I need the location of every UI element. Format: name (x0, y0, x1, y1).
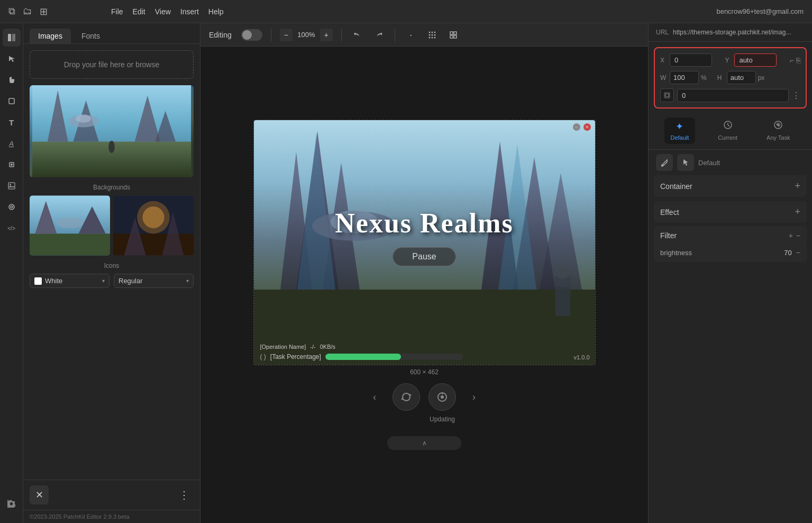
svg-point-36 (434, 37, 435, 38)
nav-prev-btn[interactable]: ‹ (365, 387, 384, 407)
effect-header[interactable]: Effect + (654, 201, 807, 223)
sidebar-btn-text[interactable]: T (3, 113, 21, 131)
image-thumb-single[interactable] (30, 85, 194, 177)
sidebar-bottom (3, 494, 21, 518)
y-field: Y (725, 53, 785, 67)
panel-tabs: Images Fonts (23, 23, 200, 44)
x-label: X (660, 57, 668, 64)
svg-point-21 (56, 218, 83, 229)
game-title-bar: − ✕ (254, 120, 595, 134)
state-tab-default[interactable]: ✦ Default (664, 118, 696, 144)
redo-btn[interactable] (371, 28, 386, 42)
zoom-minus-btn[interactable]: − (280, 29, 293, 41)
folder-icon[interactable]: 🗂 (23, 6, 32, 17)
effect-title: Effect (660, 208, 679, 217)
frame-icon[interactable]: ⊞ (40, 6, 48, 17)
dot-btn[interactable]: · (404, 28, 418, 42)
menu-file[interactable]: File (111, 7, 123, 16)
sidebar-btn-transform[interactable] (3, 156, 21, 174)
sidebar-btn-settings[interactable] (3, 494, 21, 512)
win-close-btn[interactable]: ✕ (583, 123, 591, 131)
icon-color-row: White ▾ Regular ▾ (30, 274, 194, 288)
sidebar-btn-cursor[interactable] (3, 50, 21, 68)
state-tab-anytask[interactable]: Any Task (760, 117, 796, 144)
sidebar-btn-hand[interactable] (3, 71, 21, 89)
sidebar-btn-rectangle[interactable] (3, 92, 21, 110)
w-input[interactable] (670, 71, 699, 84)
win-minimize-btn[interactable]: − (573, 123, 580, 131)
filter-row-minus-btn[interactable]: − (796, 248, 800, 257)
close-btn[interactable]: ✕ (30, 485, 49, 504)
more-btn[interactable]: ⋮ (175, 485, 194, 504)
sidebar-btn-code[interactable]: </> (3, 219, 21, 237)
h-unit: px (758, 74, 765, 82)
svg-point-30 (434, 31, 435, 33)
h-input[interactable] (727, 71, 756, 84)
canvas-viewport: − ✕ Nexus Realms Pause [Ope (200, 47, 648, 523)
svg-rect-2 (9, 98, 14, 104)
prop-effect: Effect + (654, 201, 807, 223)
state-anytask-icon (773, 120, 783, 132)
tab-images[interactable]: Images (30, 29, 71, 43)
state-default-label: Default (671, 134, 689, 141)
filter-minus-btn[interactable]: − (796, 231, 800, 240)
sidebar-btn-text-style[interactable]: A (3, 134, 21, 152)
style-chevron-icon: ▾ (186, 278, 189, 284)
footer-text: ©2023-2025 PatchKit Editor 2.9.3 beta (23, 510, 200, 523)
x-input[interactable] (670, 53, 712, 67)
spacing-input[interactable] (677, 89, 789, 102)
game-bottom: [Operation Name] -/- 0KB/s ( ) [Task Per… (254, 339, 595, 365)
sidebar-btn-collapse[interactable] (3, 29, 21, 47)
editing-toggle[interactable] (241, 29, 262, 41)
layers-icon[interactable]: ⧉ (8, 6, 15, 17)
right-panel: URL https://themes-storage.patchkit.net/… (648, 23, 812, 523)
menu-bar: ⧉ 🗂 ⊞ File Edit View Insert Help bencrow… (0, 0, 812, 23)
style-select[interactable]: Regular ▾ (114, 274, 194, 288)
color-chevron-icon: ▾ (102, 278, 105, 284)
svg-rect-18 (30, 234, 110, 256)
menu-view[interactable]: View (155, 7, 171, 16)
image-grid-single (30, 85, 194, 177)
nav-next-btn[interactable]: › (464, 387, 483, 407)
tab-fonts[interactable]: Fonts (73, 29, 108, 43)
grid-btn[interactable] (425, 28, 440, 42)
menu-help[interactable]: Help (208, 7, 224, 16)
container-add-icon[interactable]: + (795, 181, 800, 192)
corner-icon[interactable]: ⌐ (790, 56, 794, 65)
svg-rect-4 (8, 183, 15, 189)
y-input[interactable] (734, 53, 777, 67)
label-backgrounds: Backgrounds (30, 184, 194, 191)
chevron-up-btn[interactable]: ∧ (387, 436, 461, 450)
toolbar-divider-2 (341, 29, 342, 41)
nav-refresh-btn[interactable] (393, 383, 420, 411)
drop-zone[interactable]: Drop your file here or browse (30, 50, 194, 79)
menu-edit[interactable]: Edit (133, 7, 145, 16)
pen-tool-btn[interactable] (656, 154, 673, 171)
svg-point-62 (778, 124, 779, 126)
image-thumb-2[interactable] (113, 195, 194, 256)
image-thumb-1[interactable] (30, 195, 110, 256)
undo-btn[interactable] (350, 28, 365, 42)
zoom-plus-btn[interactable]: + (320, 29, 333, 41)
effect-add-icon[interactable]: + (795, 206, 800, 218)
container-header[interactable]: Container + (654, 175, 807, 197)
canvas-frame: − ✕ Nexus Realms Pause [Ope (253, 120, 596, 365)
updating-label: Updating (430, 416, 455, 423)
game-pause-btn[interactable]: Pause (393, 247, 455, 266)
state-tabs: ✦ Default Current (649, 112, 812, 150)
state-tab-current[interactable]: Current (711, 117, 744, 144)
color-select[interactable]: White ▾ (30, 274, 110, 288)
sidebar-btn-image[interactable] (3, 177, 21, 195)
filter-name: brightness (660, 249, 692, 257)
sidebar-btn-component[interactable] (3, 198, 21, 216)
state-current-icon (723, 120, 733, 132)
spacing-icon-btn[interactable] (660, 88, 674, 102)
nav-update-btn[interactable]: Updating (428, 383, 456, 411)
filter-add-btn[interactable]: + (789, 231, 793, 240)
align-btn[interactable] (446, 28, 461, 42)
spacing-more-icon[interactable]: ⋮ (792, 91, 800, 101)
pointer-tool-btn[interactable] (677, 154, 694, 171)
menu-insert[interactable]: Insert (180, 7, 199, 16)
canvas-area: Editing − 100% + · (200, 23, 648, 523)
copy-icon[interactable]: ⎘ (796, 56, 800, 65)
